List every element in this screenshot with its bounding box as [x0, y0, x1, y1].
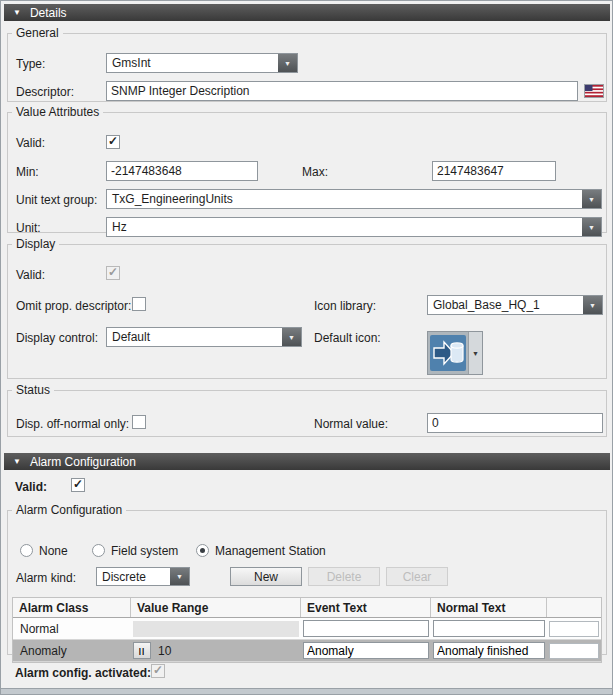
radio-management-station[interactable]: [196, 544, 209, 557]
cell-normal-text: [431, 640, 547, 661]
cell-alarm-class: Anomaly: [13, 640, 131, 661]
cell-value-range: || 10: [131, 640, 301, 661]
delete-button: Delete: [308, 567, 380, 586]
chevron-down-icon: ▼: [583, 296, 602, 314]
alarm-table: Alarm Class Value Range Event Text Norma…: [12, 597, 602, 663]
max-input[interactable]: [432, 161, 556, 181]
type-combobox[interactable]: GmsInt ▼: [106, 53, 298, 73]
alarm-valid-label: Valid:: [15, 480, 47, 494]
panel-bottom-edge: [1, 688, 612, 694]
chevron-down-icon: ▼: [582, 218, 601, 236]
display-valid-label: Valid:: [16, 268, 45, 282]
value-range-operator-button[interactable]: ||: [133, 642, 151, 659]
default-icon-button[interactable]: ▼: [427, 331, 483, 375]
alarm-table-header: Alarm Class Value Range Event Text Norma…: [13, 598, 601, 618]
normal-value-input[interactable]: [427, 413, 603, 433]
alarm-kind-value: Discrete: [97, 568, 170, 585]
group-status-title: Status: [12, 383, 54, 397]
valid-label: Valid:: [16, 136, 45, 150]
group-alarm-configuration: Alarm Configuration None Field system Ma…: [7, 503, 607, 655]
section-title-details: Details: [30, 6, 67, 20]
cell-event-text: [301, 640, 431, 661]
alarm-valid-checkbox[interactable]: ✓: [71, 478, 85, 492]
cell-text: Normal: [15, 622, 59, 636]
group-alarm-configuration-title: Alarm Configuration: [12, 503, 126, 517]
normal-value-label: Normal value:: [314, 417, 388, 431]
normal-text-input[interactable]: [433, 620, 545, 637]
icon-library-label: Icon library:: [314, 299, 376, 313]
radio-field-system[interactable]: [92, 544, 105, 557]
alarm-config-activated-label: Alarm config. activated:: [15, 666, 151, 680]
chevron-down-icon: ▼: [170, 568, 189, 585]
event-text-input[interactable]: [303, 620, 429, 637]
disp-off-normal-only-checkbox[interactable]: ✓: [132, 415, 146, 429]
unit-label: Unit:: [16, 221, 41, 235]
check-icon: ✓: [108, 135, 118, 147]
group-general: General Type: GmsInt ▼ Descriptor:: [7, 26, 607, 102]
extra-field: [549, 643, 599, 659]
descriptor-label: Descriptor:: [16, 85, 74, 99]
collapse-arrow-icon: ▼: [13, 9, 21, 17]
alarm-config-activated-checkbox: ✓: [151, 664, 165, 678]
chevron-down-icon: ▼: [282, 328, 301, 346]
chevron-down-icon: ▼: [582, 190, 601, 208]
chevron-down-icon: ▼: [468, 332, 482, 374]
max-label: Max:: [302, 165, 328, 179]
min-input[interactable]: [106, 161, 258, 181]
group-general-title: General: [12, 26, 63, 40]
min-label: Min:: [16, 165, 39, 179]
radio-field-system-label: Field system: [111, 544, 178, 558]
display-control-value: Default: [107, 328, 282, 346]
clear-button: Clear: [386, 567, 448, 586]
alarm-kind-combobox[interactable]: Discrete ▼: [96, 567, 190, 586]
alarm-kind-label: Alarm kind:: [16, 571, 76, 585]
unit-text-group-label: Unit text group:: [16, 193, 97, 207]
omit-prop-descriptor-label: Omit prop. descriptor:: [16, 299, 131, 313]
group-display-title: Display: [12, 237, 59, 251]
properties-panel: ▼ Details General Type: GmsInt ▼ Descrip…: [0, 0, 613, 695]
display-control-label: Display control:: [16, 331, 98, 345]
descriptor-input[interactable]: [106, 81, 578, 101]
section-header-alarm-configuration[interactable]: ▼ Alarm Configuration: [4, 453, 610, 470]
cell-event-text: [301, 618, 431, 639]
normal-text-input[interactable]: [433, 642, 545, 659]
display-control-combobox[interactable]: Default ▼: [106, 327, 302, 347]
table-row-normal[interactable]: Normal: [13, 618, 601, 640]
display-valid-checkbox: ✓: [106, 266, 120, 280]
icon-library-value: Global_Base_HQ_1: [428, 296, 583, 314]
unit-combobox[interactable]: Hz ▼: [106, 217, 602, 237]
group-value-attributes-title: Value Attributes: [12, 105, 103, 119]
default-icon-label: Default icon:: [314, 331, 381, 345]
omit-prop-descriptor-checkbox[interactable]: ✓: [132, 297, 146, 311]
table-row-anomaly[interactable]: Anomaly || 10: [13, 640, 601, 662]
valid-checkbox[interactable]: ✓: [106, 135, 120, 149]
cell-normal-text: [431, 618, 547, 639]
unit-text-group-value: TxG_EngineeringUnits: [107, 190, 582, 208]
unit-text-group-combobox[interactable]: TxG_EngineeringUnits ▼: [106, 189, 602, 209]
check-icon: ✓: [73, 478, 83, 490]
group-display: Display Valid: ✓ Omit prop. descriptor: …: [7, 237, 607, 379]
column-header-value-range: Value Range: [131, 598, 301, 617]
disp-off-normal-only-label: Disp. off-normal only:: [16, 417, 129, 431]
cell-extra: [547, 640, 601, 661]
section-header-details[interactable]: ▼ Details: [4, 4, 610, 21]
value-range-value: 10: [158, 644, 171, 658]
column-header-extra: [547, 598, 601, 617]
collapse-arrow-icon: ▼: [13, 458, 21, 466]
column-header-alarm-class: Alarm Class: [13, 598, 131, 617]
icon-library-combobox[interactable]: Global_Base_HQ_1 ▼: [427, 295, 603, 315]
cell-extra: [547, 618, 601, 639]
language-flag-icon[interactable]: [584, 84, 604, 98]
cell-text: Anomaly: [15, 644, 67, 658]
type-label: Type:: [16, 57, 45, 71]
radio-none[interactable]: [20, 544, 33, 557]
cell-value-range: [131, 618, 301, 639]
new-button[interactable]: New: [230, 567, 302, 586]
extra-field: [549, 621, 599, 637]
event-text-input[interactable]: [303, 642, 429, 659]
check-icon: ✓: [108, 266, 118, 278]
chevron-down-icon: ▼: [278, 54, 297, 72]
value-range-empty-field: [133, 621, 299, 637]
radio-none-label: None: [39, 544, 68, 558]
section-title-alarm-configuration: Alarm Configuration: [30, 455, 136, 469]
